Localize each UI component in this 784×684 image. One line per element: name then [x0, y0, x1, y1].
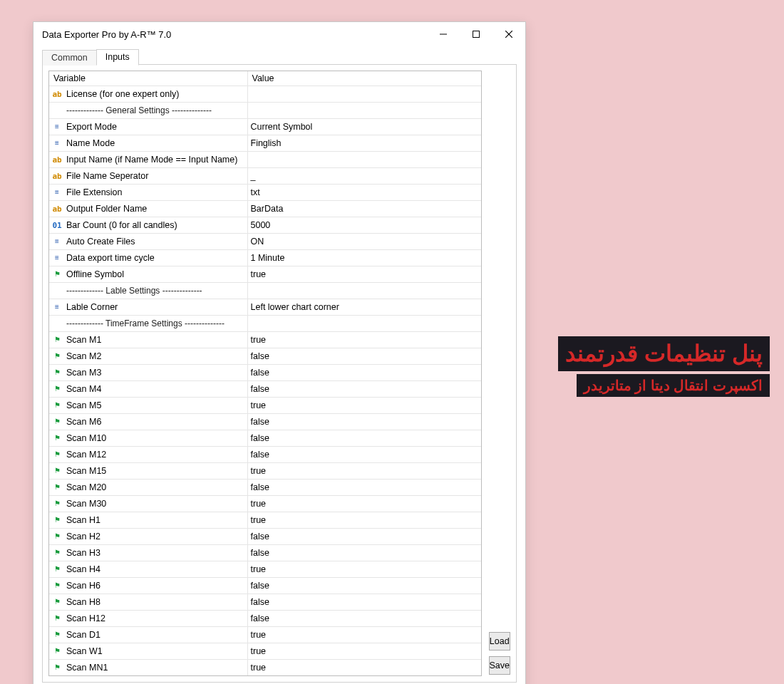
bool-icon: ⚑: [52, 631, 62, 638]
bool-icon: ⚑: [52, 336, 62, 343]
variable-value[interactable]: [247, 152, 481, 168]
variable-value[interactable]: Current Symbol: [247, 119, 481, 135]
variable-value[interactable]: Left lower chart corner: [247, 299, 481, 316]
variable-value[interactable]: false: [247, 365, 481, 381]
variable-value[interactable]: _: [247, 168, 481, 185]
table-row[interactable]: ≡Auto Create FilesON: [49, 234, 481, 250]
variable-value[interactable]: [247, 86, 481, 103]
table-row[interactable]: ⚑Scan M10false: [49, 430, 481, 447]
variable-value[interactable]: false: [247, 545, 481, 561]
table-row[interactable]: ------------- General Settings ---------…: [49, 103, 481, 119]
table-row[interactable]: ⚑Scan M1true: [49, 332, 481, 348]
table-row[interactable]: ⚑Scan H1true: [49, 512, 481, 529]
minimize-button[interactable]: [427, 22, 460, 46]
variable-value[interactable]: true: [247, 332, 481, 348]
variable-value[interactable]: false: [247, 414, 481, 430]
variable-value[interactable]: false: [247, 529, 481, 545]
table-row[interactable]: abLicense (for one expert only): [49, 86, 481, 103]
table-row[interactable]: ⚑Offline Symboltrue: [49, 266, 481, 283]
variable-value[interactable]: 1 Minute: [247, 250, 481, 266]
variable-value[interactable]: false: [247, 348, 481, 365]
variable-name: Scan H2: [66, 532, 100, 542]
col-value[interactable]: Value: [247, 71, 481, 86]
variable-value[interactable]: false: [247, 578, 481, 594]
tab-common[interactable]: Common: [42, 50, 97, 66]
table-row[interactable]: ≡Lable CornerLeft lower chart corner: [49, 299, 481, 316]
variable-value[interactable]: ON: [247, 234, 481, 250]
variable-value[interactable]: [247, 316, 481, 332]
table-row[interactable]: ≡Name ModeFinglish: [49, 135, 481, 152]
variable-value[interactable]: true: [247, 627, 481, 643]
enum-icon: ≡: [52, 189, 62, 196]
table-row[interactable]: ⚑Scan H4true: [49, 561, 481, 578]
table-row[interactable]: ⚑Scan H2false: [49, 529, 481, 545]
table-row[interactable]: 01Bar Count (0 for all candles)5000: [49, 217, 481, 234]
table-row[interactable]: ⚑Scan M5true: [49, 398, 481, 414]
variable-value[interactable]: false: [247, 594, 481, 611]
table-row[interactable]: ⚑Scan M4false: [49, 381, 481, 398]
variable-value[interactable]: BarData: [247, 201, 481, 217]
bool-icon: ⚑: [52, 664, 62, 671]
table-row[interactable]: abInput Name (if Name Mode == Input Name…: [49, 152, 481, 168]
table-row[interactable]: ⚑Scan M30true: [49, 496, 481, 512]
variable-value[interactable]: true: [247, 398, 481, 414]
variable-value[interactable]: true: [247, 266, 481, 283]
table-row[interactable]: ≡Export ModeCurrent Symbol: [49, 119, 481, 135]
table-row[interactable]: ⚑Scan MN1true: [49, 660, 481, 676]
load-button[interactable]: Load: [489, 632, 511, 651]
tab-inputs[interactable]: Inputs: [96, 49, 139, 66]
svg-rect-1: [473, 31, 480, 38]
variable-value[interactable]: true: [247, 561, 481, 578]
variable-value[interactable]: [247, 103, 481, 119]
maximize-button[interactable]: [460, 22, 492, 46]
col-variable[interactable]: Variable: [49, 71, 247, 86]
variable-value[interactable]: [247, 283, 481, 299]
table-row[interactable]: ⚑Scan M12false: [49, 447, 481, 463]
variable-value[interactable]: false: [247, 611, 481, 627]
variable-value[interactable]: false: [247, 381, 481, 398]
variable-name: Scan M2: [66, 351, 101, 361]
side-buttons: Load Save: [489, 71, 511, 676]
table-row[interactable]: ⚑Scan H8false: [49, 594, 481, 611]
annotation-line-2: اکسپرت انتقال دیتا از متاتریدر: [577, 374, 770, 397]
variable-value[interactable]: false: [247, 480, 481, 496]
table-row[interactable]: ⚑Scan W1true: [49, 643, 481, 660]
table-row[interactable]: ⚑Scan H12false: [49, 611, 481, 627]
variable-name: Scan M30: [66, 499, 106, 509]
save-button[interactable]: Save: [489, 656, 511, 675]
variable-value[interactable]: txt: [247, 185, 481, 201]
table-row[interactable]: abOutput Folder NameBarData: [49, 201, 481, 217]
string-icon: ab: [52, 90, 62, 98]
variable-value[interactable]: false: [247, 430, 481, 447]
variable-value[interactable]: Finglish: [247, 135, 481, 152]
table-row[interactable]: ⚑Scan H3false: [49, 545, 481, 561]
variable-value[interactable]: true: [247, 643, 481, 660]
table-row[interactable]: ⚑Scan M2false: [49, 348, 481, 365]
table-row[interactable]: ≡Data export time cycle1 Minute: [49, 250, 481, 266]
table-row[interactable]: ⚑Scan M15true: [49, 463, 481, 480]
bool-icon: ⚑: [52, 500, 62, 507]
variable-name: Scan M20: [66, 482, 106, 492]
tab-content: Variable Value abLicense (for one expert…: [42, 64, 517, 683]
table-row[interactable]: ⚑Scan M3false: [49, 365, 481, 381]
variable-value[interactable]: true: [247, 463, 481, 480]
table-row[interactable]: ≡File Extensiontxt: [49, 185, 481, 201]
close-button[interactable]: [492, 22, 525, 46]
table-row[interactable]: ⚑Scan D1true: [49, 627, 481, 643]
table-row[interactable]: ------------- Lable Settings -----------…: [49, 283, 481, 299]
table-row[interactable]: ⚑Scan M6false: [49, 414, 481, 430]
table-row[interactable]: ------------- TimeFrame Settings -------…: [49, 316, 481, 332]
variable-value[interactable]: false: [247, 447, 481, 463]
bool-icon: ⚑: [52, 566, 62, 573]
enum-icon: ≡: [52, 238, 62, 245]
table-row[interactable]: ⚑Scan M20false: [49, 480, 481, 496]
inputs-grid[interactable]: Variable Value abLicense (for one expert…: [48, 71, 482, 676]
variable-value[interactable]: true: [247, 496, 481, 512]
table-row[interactable]: abFile Name Seperator_: [49, 168, 481, 185]
variable-value[interactable]: 5000: [247, 217, 481, 234]
client-area: Common Inputs Variable Value abLicense (…: [33, 46, 525, 684]
variable-name: Scan MN1: [66, 663, 108, 673]
variable-value[interactable]: true: [247, 512, 481, 529]
variable-value[interactable]: true: [247, 660, 481, 676]
table-row[interactable]: ⚑Scan H6false: [49, 578, 481, 594]
